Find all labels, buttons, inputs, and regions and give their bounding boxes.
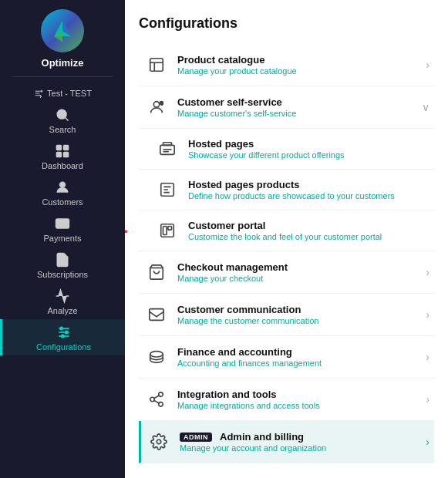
svg-line-2: [66, 118, 69, 121]
config-item-checkout-management[interactable]: Checkout management Manage your checkout…: [139, 251, 434, 294]
finance-accounting-arrow: ›: [426, 351, 429, 363]
product-catalogue-sub: Manage your product catalogue: [177, 66, 421, 76]
app-logo: [41, 9, 84, 52]
integration-tools-sub: Manage integrations and access tools: [177, 401, 421, 410]
hosted-pages-icon: [154, 136, 180, 162]
workspace-label: Test - TEST: [47, 89, 92, 98]
svg-rect-19: [150, 59, 163, 72]
config-item-finance-accounting[interactable]: Finance and accounting Accounting and fi…: [139, 336, 434, 379]
checkout-management-title: Checkout management: [177, 261, 421, 273]
svg-point-38: [159, 402, 163, 407]
sidebar-item-configurations-label: Configurations: [36, 342, 91, 352]
integration-tools-title: Integration and tools: [177, 389, 421, 400]
page-title: Configurations: [139, 15, 434, 32]
sidebar-item-payments[interactable]: Payments: [0, 210, 125, 247]
sidebar-item-customers-label: Customers: [42, 197, 83, 207]
product-catalogue-icon: [143, 52, 170, 78]
svg-rect-34: [150, 309, 163, 321]
svg-rect-26: [163, 143, 172, 146]
admin-billing-sub: Manage your account and organization: [180, 443, 421, 453]
svg-point-37: [150, 397, 155, 402]
customer-self-service-arrow: ∨: [422, 101, 429, 113]
main-content: Configurations Product catalogue Manage …: [125, 0, 448, 478]
config-item-integration-tools[interactable]: Integration and tools Manage integration…: [139, 379, 434, 421]
svg-line-40: [154, 396, 159, 399]
customer-portal-sub: Customize the look and feel of your cust…: [188, 232, 429, 241]
customer-self-service-icon: ⚙: [143, 94, 170, 120]
red-arrow-pointer: ➜: [125, 218, 129, 244]
config-item-customer-self-service[interactable]: ⚙ Customer self-service Manage customer'…: [139, 86, 434, 129]
finance-accounting-title: Finance and accounting: [177, 346, 421, 358]
customer-communication-arrow: ›: [426, 308, 429, 321]
sidebar-item-customers[interactable]: Customers: [0, 174, 125, 210]
svg-point-18: [61, 335, 63, 337]
workspace-switch[interactable]: Test - TEST: [0, 83, 125, 102]
customer-communication-icon: [143, 301, 170, 328]
svg-rect-32: [168, 227, 172, 231]
hosted-pages-products-title: Hosted pages products: [188, 179, 429, 190]
finance-accounting-sub: Accounting and finances management: [177, 358, 421, 368]
checkout-management-sub: Manage your checkout: [177, 274, 421, 283]
integration-tools-arrow: ›: [426, 393, 429, 406]
sidebar-item-analyze[interactable]: Analyze: [0, 283, 125, 319]
config-item-customer-portal[interactable]: ➜ Customer portal Customize the look and…: [139, 210, 434, 251]
svg-rect-4: [64, 146, 69, 150]
hosted-pages-products-sub: Define how products are showcased to you…: [188, 191, 429, 200]
customer-communication-sub: Manage the customer communication: [177, 316, 421, 325]
sidebar-item-subscriptions[interactable]: Subscriptions: [0, 247, 125, 283]
integration-tools-icon: [143, 386, 170, 412]
svg-point-7: [60, 182, 66, 187]
admin-billing-title: ADMIN Admin and billing: [180, 431, 421, 443]
sidebar-item-analyze-label: Analyze: [47, 306, 77, 315]
svg-point-36: [159, 392, 163, 396]
svg-text:⚙: ⚙: [160, 103, 163, 106]
hosted-pages-sub: Showcase your different product offering…: [188, 150, 429, 160]
svg-point-17: [65, 331, 67, 333]
sidebar-item-payments-label: Payments: [44, 234, 82, 243]
customer-self-service-sub: Manage customer's self-service: [177, 109, 417, 118]
config-item-hosted-pages-products[interactable]: Hosted pages products Define how product…: [139, 170, 434, 210]
svg-rect-5: [57, 153, 62, 157]
config-item-hosted-pages[interactable]: Hosted pages Showcase your different pro…: [139, 129, 434, 170]
customer-communication-title: Customer communication: [177, 304, 421, 315]
sidebar-item-dashboard[interactable]: Dashboard: [0, 138, 125, 174]
sidebar-item-search-label: Search: [49, 125, 76, 134]
app-name: Optimize: [42, 57, 84, 69]
admin-billing-arrow: ›: [426, 436, 429, 448]
hosted-pages-title: Hosted pages: [188, 138, 429, 150]
config-item-admin-billing[interactable]: ADMIN Admin and billing Manage your acco…: [139, 421, 434, 463]
product-catalogue-arrow: ›: [426, 59, 429, 71]
svg-rect-3: [57, 146, 62, 150]
hosted-pages-products-icon: [154, 177, 180, 203]
checkout-management-arrow: ›: [426, 266, 429, 278]
svg-rect-8: [56, 219, 69, 228]
customer-portal-icon: [154, 217, 180, 244]
product-catalogue-title: Product catalogue: [177, 54, 421, 66]
svg-point-41: [157, 439, 161, 444]
admin-badge: ADMIN: [180, 433, 212, 442]
svg-rect-6: [64, 153, 69, 157]
svg-point-1: [57, 109, 66, 119]
finance-accounting-icon: [143, 344, 170, 370]
sidebar-item-configurations[interactable]: Configurations: [0, 319, 125, 355]
svg-point-22: [153, 102, 159, 107]
svg-point-16: [60, 327, 62, 329]
sidebar-divider: [12, 76, 113, 77]
checkout-management-icon: [143, 259, 170, 285]
admin-billing-icon: [146, 429, 172, 455]
admin-billing-title-text: Admin and billing: [220, 431, 304, 443]
sidebar-item-search[interactable]: Search: [0, 102, 125, 138]
customer-portal-title: Customer portal: [188, 220, 429, 231]
svg-point-35: [150, 352, 163, 357]
sidebar-item-subscriptions-label: Subscriptions: [37, 270, 88, 279]
sidebar-item-dashboard-label: Dashboard: [42, 161, 83, 170]
config-item-product-catalogue[interactable]: Product catalogue Manage your product ca…: [139, 44, 434, 86]
customer-self-service-title: Customer self-service: [177, 96, 417, 108]
config-item-customer-communication[interactable]: Customer communication Manage the custom…: [139, 294, 434, 336]
svg-rect-31: [163, 227, 167, 235]
svg-line-39: [154, 400, 159, 403]
sidebar: Optimize Test - TEST Search Dashboard Cu…: [0, 0, 125, 478]
